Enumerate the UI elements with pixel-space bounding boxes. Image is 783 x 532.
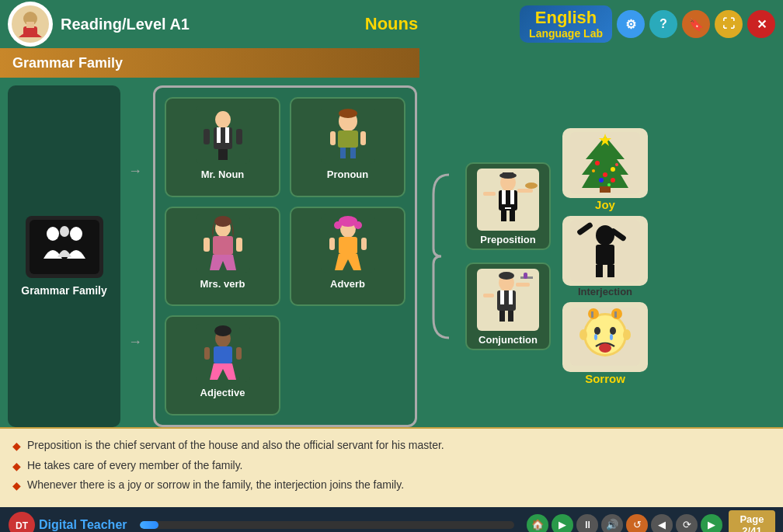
conjunction-label: Conjunction xyxy=(478,334,538,346)
svg-point-7 xyxy=(60,226,69,237)
sorrow-section: Sorrow xyxy=(562,302,648,385)
sorrow-image xyxy=(562,302,648,372)
svg-rect-67 xyxy=(524,273,527,279)
svg-rect-52 xyxy=(517,189,533,193)
svg-point-9 xyxy=(215,111,231,128)
footer-controls: 🏠 ▶ ⏸ 🔊 ↺ ◀ ⟳ ▶ xyxy=(527,514,722,532)
svg-rect-15 xyxy=(204,129,210,144)
interjection-label: Interjection xyxy=(578,286,632,297)
prev-button[interactable]: ◀ xyxy=(651,514,673,532)
breadcrumb: Grammar Family xyxy=(0,48,419,78)
play-button[interactable]: ▶ xyxy=(552,514,573,532)
svg-point-96 xyxy=(599,343,611,353)
logo xyxy=(8,2,53,47)
main-area: Grammar Family → → xyxy=(0,78,783,427)
svg-point-76 xyxy=(599,178,604,183)
mrs-verb-card[interactable]: Mrs. verb xyxy=(165,207,280,307)
adjective-card[interactable]: Adjective xyxy=(165,315,280,416)
preposition-card[interactable]: Preposition xyxy=(465,162,551,250)
svg-rect-21 xyxy=(340,148,346,158)
desc-row-2: ◆ He takes care of every member of the f… xyxy=(12,458,771,474)
english-lab-brand: English Language Lab xyxy=(520,5,612,43)
svg-point-74 xyxy=(611,167,615,172)
replay-button[interactable]: ↺ xyxy=(626,514,648,532)
svg-rect-72 xyxy=(600,186,611,193)
svg-point-6 xyxy=(70,227,82,241)
svg-rect-57 xyxy=(505,207,511,209)
sorrow-label: Sorrow xyxy=(585,372,625,385)
svg-rect-38 xyxy=(361,238,367,250)
svg-rect-29 xyxy=(204,238,210,252)
svg-rect-43 xyxy=(204,347,210,360)
page-title: Reading/Level A1 xyxy=(61,16,190,33)
desc-text-2: He takes care of every member of the fam… xyxy=(27,458,243,474)
svg-point-94 xyxy=(594,334,597,340)
desc-text-3: Whenever there is a joy or sorrow in the… xyxy=(27,478,404,493)
svg-rect-63 xyxy=(499,311,505,322)
svg-rect-20 xyxy=(338,130,358,148)
right-characters: Preposition xyxy=(465,85,551,427)
svg-rect-23 xyxy=(330,131,336,145)
svg-point-95 xyxy=(610,334,613,340)
svg-rect-60 xyxy=(497,290,516,311)
svg-point-81 xyxy=(607,183,611,186)
pronoun-card[interactable]: Pronoun xyxy=(290,97,405,197)
svg-rect-62 xyxy=(509,290,513,304)
svg-point-41 xyxy=(214,325,231,336)
progress-bar-container xyxy=(140,521,514,529)
svg-rect-54 xyxy=(483,192,496,196)
svg-rect-49 xyxy=(510,190,514,204)
svg-rect-22 xyxy=(350,148,356,158)
mr-noun-label: Mr. Noun xyxy=(201,169,245,180)
fullscreen-button[interactable]: ⛶ xyxy=(715,10,743,38)
svg-point-5 xyxy=(47,227,59,241)
interjection-image xyxy=(562,216,648,286)
footer: DT Digital Teacher 🏠 ▶ ⏸ 🔊 ↺ ◀ ⟳ ▶ Page … xyxy=(0,507,783,532)
svg-rect-64 xyxy=(508,311,513,322)
bullet-1: ◆ xyxy=(12,440,21,452)
bookmark-button[interactable]: 🔖 xyxy=(682,10,710,38)
mrs-verb-label: Mrs. verb xyxy=(200,278,245,290)
adverb-card[interactable]: Adverb xyxy=(290,207,405,307)
svg-point-19 xyxy=(339,109,357,118)
svg-point-98 xyxy=(623,329,631,340)
pause-button[interactable]: ⏸ xyxy=(576,514,598,532)
svg-rect-12 xyxy=(225,127,229,143)
svg-rect-84 xyxy=(596,245,614,265)
grammar-family-box: Grammar Family xyxy=(8,85,120,427)
page-numbers: 2/41 xyxy=(736,525,767,532)
settings-button[interactable]: ⚙ xyxy=(617,10,645,38)
refresh-button[interactable]: ⟳ xyxy=(676,514,698,532)
svg-rect-30 xyxy=(236,238,242,252)
header-controls: English Language Lab ⚙ ? 🔖 ⛶ ✕ xyxy=(520,5,775,43)
svg-rect-24 xyxy=(360,131,366,145)
joy-label: Joy xyxy=(595,198,615,211)
svg-point-34 xyxy=(334,221,342,229)
svg-point-97 xyxy=(579,329,587,340)
adverb-label: Adverb xyxy=(330,278,365,290)
svg-point-93 xyxy=(610,327,616,335)
svg-text:DT: DT xyxy=(16,520,29,531)
volume-button[interactable]: 🔊 xyxy=(601,514,623,532)
svg-rect-69 xyxy=(483,294,494,297)
next-button[interactable]: ▶ xyxy=(701,514,722,532)
svg-rect-51 xyxy=(510,210,515,221)
svg-rect-65 xyxy=(516,283,530,287)
svg-point-79 xyxy=(592,169,595,172)
svg-rect-37 xyxy=(329,238,335,250)
close-button[interactable]: ✕ xyxy=(747,10,775,38)
svg-rect-102 xyxy=(614,311,617,318)
mr-noun-card[interactable]: Mr. Noun xyxy=(165,97,280,197)
footer-logo-text: Digital Teacher xyxy=(39,518,127,532)
svg-rect-36 xyxy=(339,237,357,254)
svg-point-68 xyxy=(499,272,514,280)
mrs-verb-image xyxy=(192,213,254,275)
adverb-image xyxy=(317,213,379,275)
preposition-label: Preposition xyxy=(480,234,536,245)
grammar-family-icon xyxy=(26,216,103,278)
home-button[interactable]: 🏠 xyxy=(527,514,548,532)
help-button[interactable]: ? xyxy=(649,10,677,38)
svg-point-80 xyxy=(615,163,618,166)
svg-rect-13 xyxy=(218,149,223,160)
conjunction-card[interactable]: Conjunction xyxy=(465,263,551,350)
